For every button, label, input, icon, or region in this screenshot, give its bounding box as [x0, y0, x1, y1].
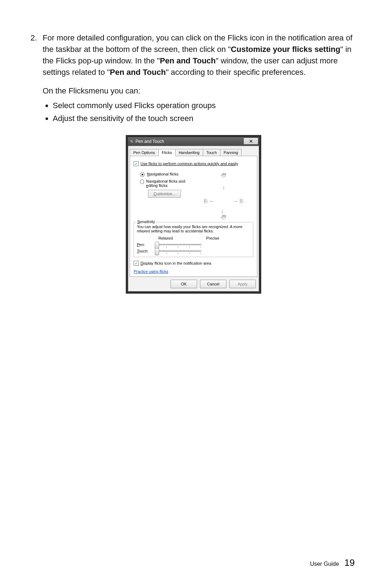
arrow-down-icon: ↓🖑	[217, 208, 230, 221]
list-item: Adjust the sensitivity of the touch scre…	[53, 113, 357, 124]
customize-button[interactable]: Customize...	[148, 190, 181, 198]
bullet-list: Select commonly used Flicks operation gr…	[43, 100, 357, 124]
slider-thumb[interactable]	[155, 248, 159, 255]
tab-touch[interactable]: Touch	[203, 149, 220, 156]
list-number: 2.	[30, 32, 43, 78]
flicks-diagram: 🖑 ↑ ⎘ ←→ ⎘ ↓🖑	[194, 170, 253, 220]
text-bold: Pen and Touch	[160, 56, 216, 65]
radio-icon[interactable]	[140, 179, 144, 184]
paragraph-2: On the Flicksmenu you can:	[43, 85, 357, 97]
text: " according to their specific preference…	[166, 68, 306, 77]
text-bold: Customize your flicks setting	[231, 45, 340, 54]
pen-slider-label: Pen:	[137, 242, 155, 247]
touch-slider[interactable]	[155, 250, 201, 252]
pen-icon: ✎	[130, 139, 133, 144]
radio-navigational-editing[interactable]: Navigational flicks and editing flicks	[140, 179, 194, 188]
apply-button[interactable]: Apply	[229, 280, 256, 288]
use-flicks-label: Use flicks to perform common actions qui…	[140, 162, 238, 166]
practice-link[interactable]: Practice using flicks	[134, 269, 168, 274]
sensitivity-legend: Sensitivity	[136, 220, 156, 224]
display-icon-checkbox-row[interactable]: Display flicks icon in the notification …	[134, 261, 253, 266]
radio-navigational[interactable]: Navigational flicks	[140, 172, 194, 177]
tab-strip: Pen Options Flicks Handwriting Touch Pan…	[130, 148, 257, 156]
footer-guide: User Guide	[310, 561, 339, 567]
dialog-title: Pen and Touch	[135, 139, 164, 144]
radio-label: Navigational flicks and editing flicks	[146, 179, 194, 188]
text-bold: Pen and Touch	[110, 68, 166, 77]
label-relaxed: Relaxed	[158, 236, 173, 240]
flick-up-icon: 🖑	[217, 172, 230, 179]
tab-panning[interactable]: Panning	[220, 149, 242, 156]
checkbox-icon[interactable]	[134, 161, 139, 166]
touch-slider-label: Touch:	[137, 249, 155, 253]
use-flicks-checkbox-row[interactable]: Use flicks to perform common actions qui…	[134, 161, 253, 166]
cancel-button[interactable]: Cancel	[200, 280, 226, 288]
pen-and-touch-dialog: ✎ Pen and Touch ✕ Pen Options Flicks Han…	[126, 135, 261, 294]
checkbox-icon[interactable]	[134, 261, 139, 266]
pen-slider[interactable]	[155, 244, 201, 245]
page-number: 19	[344, 557, 355, 568]
title-bar[interactable]: ✎ Pen and Touch ✕	[128, 137, 259, 146]
display-icon-label: Display flicks icon in the notification …	[140, 261, 211, 265]
tab-handwriting[interactable]: Handwriting	[175, 149, 203, 156]
flick-left-icon: ⎘ ←	[203, 198, 216, 204]
sensitivity-desc: You can adjust how easily your flicks ar…	[137, 225, 250, 233]
tab-flicks[interactable]: Flicks	[158, 149, 176, 156]
close-button[interactable]: ✕	[243, 138, 258, 145]
sensitivity-group: Sensitivity You can adjust how easily yo…	[134, 222, 253, 257]
radio-label: Navigational flicks	[147, 172, 178, 176]
label-precise: Precise	[206, 236, 219, 240]
radio-icon[interactable]	[140, 172, 145, 177]
list-item: Select commonly used Flicks operation gr…	[53, 100, 357, 111]
flick-right-icon: → ⎘	[231, 198, 244, 204]
paragraph-1: For more detailed configuration, you can…	[43, 32, 357, 78]
tab-pen-options[interactable]: Pen Options	[130, 149, 159, 156]
ok-button[interactable]: OK	[171, 280, 197, 288]
arrow-up-icon: ↑	[217, 185, 230, 192]
slider-thumb[interactable]	[155, 242, 159, 249]
page-footer: User Guide 19	[310, 557, 355, 568]
